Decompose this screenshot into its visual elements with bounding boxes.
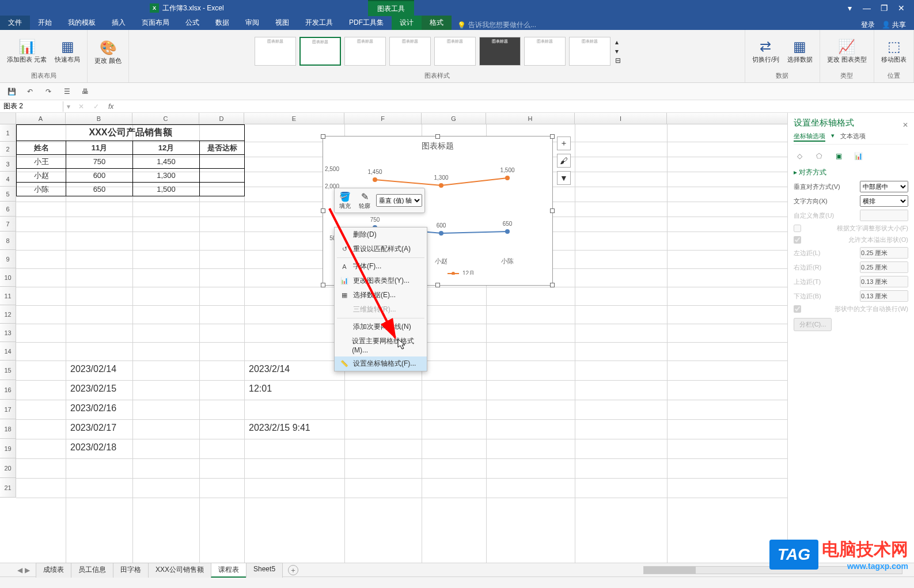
valign-select[interactable]: 中部居中 — [860, 181, 908, 192]
redo-icon[interactable]: ↷ — [43, 86, 54, 97]
tab-design[interactable]: 设计 — [392, 16, 422, 30]
menu-select-data[interactable]: ▦选择数据(E)... — [335, 288, 427, 302]
quick-layout-button[interactable]: ▦快速布局 — [51, 37, 84, 65]
change-colors-button[interactable]: 🎨更改 颜色 — [91, 39, 125, 66]
menu-font[interactable]: A字体(F)... — [335, 259, 427, 274]
axis-options-icon[interactable]: 📊 — [852, 150, 864, 162]
tab-format[interactable]: 格式 — [422, 16, 452, 30]
row-header-2[interactable]: 2 — [0, 142, 16, 157]
row-header-6[interactable]: 6 — [0, 202, 16, 217]
style-expand[interactable]: ⊟ — [615, 56, 621, 65]
pane-tab-axis-options[interactable]: 坐标轴选项 — [794, 132, 825, 142]
alignment-section[interactable]: ▸ 对齐方式 — [794, 168, 908, 177]
column-header-H[interactable]: H — [486, 113, 575, 124]
sales-data-table[interactable]: XXX公司产品销售额 姓名11月12月是否达标 小王7501,450小赵6001… — [16, 124, 245, 196]
cell-E16[interactable]: 12:01 — [249, 384, 272, 394]
row-header-16[interactable]: 16 — [0, 380, 16, 400]
chart-style-7[interactable]: 图表标题 — [524, 37, 566, 66]
chart-styles-button[interactable]: 🖌 — [557, 154, 571, 168]
row-header-4[interactable]: 4 — [0, 172, 16, 187]
fx-icon[interactable]: fx — [104, 103, 118, 111]
chart-style-4[interactable]: 图表标题 — [389, 37, 431, 66]
worksheet-grid[interactable]: ABCDEFGHI 123456789101112131415161718192… — [0, 113, 787, 563]
row-header-20[interactable]: 20 — [0, 458, 16, 478]
pane-close-icon[interactable]: ✕ — [902, 121, 908, 129]
row-header-18[interactable]: 18 — [0, 419, 16, 439]
row-header-1[interactable]: 1 — [0, 124, 16, 142]
tab-home[interactable]: 开始 — [30, 16, 60, 30]
column-header-B[interactable]: B — [66, 113, 132, 124]
style-scroll-down[interactable]: ▾ — [615, 47, 621, 55]
effects-icon[interactable]: ⬠ — [813, 150, 825, 162]
pane-tab-text-options[interactable]: 文本选项 — [840, 132, 866, 142]
row-header-13[interactable]: 13 — [0, 324, 16, 342]
cell-B19[interactable]: 2023/02/18 — [70, 442, 116, 453]
sheet-nav-prev[interactable]: ◀ — [17, 566, 22, 574]
menu-format-axis[interactable]: 📏设置坐标轴格式(F)... — [335, 356, 427, 371]
row-header-11[interactable]: 11 — [0, 287, 16, 305]
tab-review[interactable]: 审阅 — [237, 16, 267, 30]
sheet-tab-2[interactable]: 田字格 — [113, 563, 149, 578]
add-sheet-button[interactable]: ＋ — [288, 565, 298, 575]
tab-insert[interactable]: 插入 — [104, 16, 134, 30]
menu-add-minor-gridlines[interactable]: 添加次要网格线(N) — [335, 320, 427, 334]
row-header-21[interactable]: 21 — [0, 478, 16, 498]
axis-select[interactable]: 垂直 (值) 轴 — [376, 194, 422, 207]
tab-file[interactable]: 文件 — [0, 16, 30, 30]
column-header-E[interactable]: E — [244, 113, 344, 124]
switch-row-col-button[interactable]: ⇄切换行/列 — [749, 37, 783, 65]
tab-data[interactable]: 数据 — [207, 16, 237, 30]
style-scroll-up[interactable]: ▴ — [615, 38, 621, 46]
sheet-tab-4[interactable]: 课程表 — [211, 563, 246, 578]
restore-button[interactable]: ❐ — [876, 2, 892, 14]
tab-view[interactable]: 视图 — [267, 16, 297, 30]
chart-style-8[interactable]: 图表标题 — [569, 37, 610, 66]
cell-B18[interactable]: 2023/02/17 — [70, 423, 116, 433]
select-all-corner[interactable] — [0, 113, 16, 124]
row-header-7[interactable]: 7 — [0, 217, 16, 232]
chart-style-3[interactable]: 图表标题 — [344, 37, 386, 66]
row-header-9[interactable]: 9 — [0, 250, 16, 268]
touch-mode-icon[interactable]: ☰ — [61, 86, 73, 97]
column-header-D[interactable]: D — [199, 113, 244, 124]
tab-page-layout[interactable]: 页面布局 — [134, 16, 177, 30]
column-header-F[interactable]: F — [344, 113, 422, 124]
minimize-button[interactable]: — — [859, 2, 875, 14]
column-header-A[interactable]: A — [16, 113, 66, 124]
row-header-5[interactable]: 5 — [0, 187, 16, 202]
sheet-tab-5[interactable]: Sheet5 — [246, 563, 283, 578]
name-box[interactable] — [0, 101, 63, 112]
chart-style-1[interactable]: 图表标题 — [255, 37, 296, 66]
cell-B16[interactable]: 2023/02/15 — [70, 384, 116, 394]
row-header-8[interactable]: 8 — [0, 232, 16, 250]
outline-button[interactable]: ✎轮廓 — [357, 191, 373, 210]
save-icon[interactable]: 💾 — [6, 86, 17, 97]
row-header-3[interactable]: 3 — [0, 157, 16, 172]
menu-reset-style[interactable]: ↺重设以匹配样式(A) — [335, 242, 427, 256]
undo-icon[interactable]: ↶ — [24, 86, 36, 97]
row-header-15[interactable]: 15 — [0, 361, 16, 380]
fill-button[interactable]: 🪣填充 — [337, 191, 353, 210]
menu-major-gridlines-format[interactable]: 设置主要网格线格式(M)... — [335, 334, 427, 356]
tab-pdf-tools[interactable]: PDF工具集 — [341, 16, 392, 30]
chart-style-2[interactable]: 图表标题 — [299, 37, 341, 66]
ribbon-options-icon[interactable]: ▾ — [841, 2, 858, 14]
chart-title[interactable]: 图表标题 — [323, 136, 552, 154]
row-header-12[interactable]: 12 — [0, 305, 16, 324]
column-header-G[interactable]: G — [422, 113, 486, 124]
cell-B17[interactable]: 2023/02/16 — [70, 403, 116, 414]
size-properties-icon[interactable]: ▣ — [833, 150, 844, 162]
close-button[interactable]: ✕ — [893, 2, 909, 14]
add-chart-element-button[interactable]: 📊添加图表 元素 — [3, 37, 50, 65]
tab-developer[interactable]: 开发工具 — [297, 16, 341, 30]
chart-elements-button[interactable]: ＋ — [557, 136, 571, 150]
row-header-14[interactable]: 14 — [0, 342, 16, 361]
chart-style-6[interactable]: 图表标题 — [479, 37, 521, 66]
sheet-tab-0[interactable]: 成绩表 — [36, 563, 71, 578]
menu-change-chart-type[interactable]: 📊更改图表类型(Y)... — [335, 274, 427, 288]
change-chart-type-button[interactable]: 📈更改 图表类型 — [824, 37, 870, 65]
column-header-C[interactable]: C — [132, 113, 199, 124]
chart-filters-button[interactable]: ▼ — [557, 171, 571, 185]
column-header-I[interactable]: I — [575, 113, 667, 124]
cell-B15[interactable]: 2023/02/14 — [70, 364, 116, 374]
